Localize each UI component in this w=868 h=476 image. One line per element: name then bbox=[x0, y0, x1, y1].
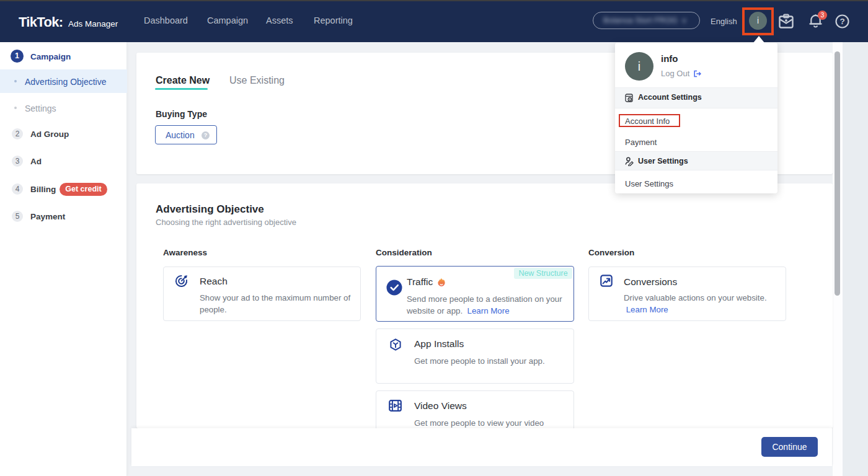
svg-text:?: ? bbox=[839, 17, 844, 26]
